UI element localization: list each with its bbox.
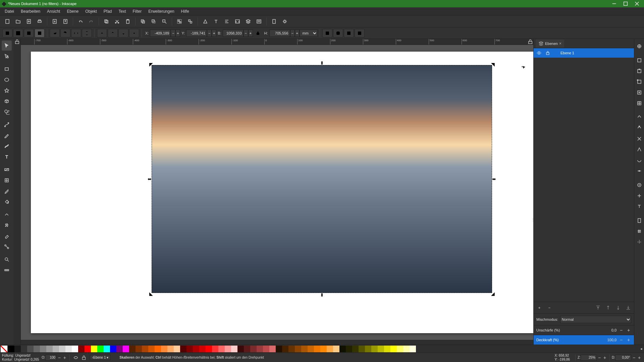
color-swatch[interactable] xyxy=(46,346,53,352)
unit-select[interactable]: mm xyxy=(300,29,318,37)
vertical-ruler[interactable] xyxy=(13,39,21,345)
color-swatch[interactable] xyxy=(59,346,65,352)
color-swatch[interactable] xyxy=(308,346,314,352)
color-swatch[interactable] xyxy=(85,346,91,352)
color-swatch[interactable] xyxy=(327,346,333,352)
color-swatch[interactable] xyxy=(352,346,359,352)
connector-tool[interactable] xyxy=(2,242,12,252)
color-swatch[interactable] xyxy=(110,346,116,352)
resize-handle-w[interactable]: ⬌ xyxy=(148,177,151,181)
color-swatch[interactable] xyxy=(136,346,142,352)
color-swatch[interactable] xyxy=(193,346,199,352)
x-plus-button[interactable]: + xyxy=(175,29,180,37)
flip-v-button[interactable] xyxy=(82,29,92,38)
text-tool[interactable] xyxy=(2,152,12,162)
layer-lock-icon[interactable] xyxy=(545,50,550,56)
snap-text-button[interactable] xyxy=(635,202,643,210)
menu-ebene[interactable]: Ebene xyxy=(63,8,82,15)
h-plus-button[interactable]: + xyxy=(295,29,300,37)
ungroup-button[interactable] xyxy=(185,16,195,26)
rectangle-tool[interactable] xyxy=(2,64,12,74)
toggle-bbox-button[interactable] xyxy=(35,29,45,38)
remove-layer-button[interactable]: − xyxy=(546,304,553,311)
color-swatch[interactable] xyxy=(34,346,40,352)
snap-bbox-corner-button[interactable] xyxy=(635,78,643,86)
xml-editor-button[interactable] xyxy=(232,16,243,26)
new-doc-button[interactable] xyxy=(2,16,12,26)
lock-aspect-button[interactable] xyxy=(254,29,262,37)
dock-grip[interactable]: ⋮ xyxy=(532,39,534,362)
rotation-input[interactable] xyxy=(615,355,631,361)
color-swatch[interactable] xyxy=(314,346,320,352)
close-button[interactable] xyxy=(631,0,643,7)
color-swatch[interactable] xyxy=(359,346,365,352)
import-button[interactable] xyxy=(50,16,60,26)
menu-ansicht[interactable]: Ansicht xyxy=(44,8,63,15)
selected-image[interactable]: ◤ ⬍ ◥ ⬌ ⬌ ◣ ⬍ ◢ xyxy=(152,65,492,293)
color-swatch[interactable] xyxy=(129,346,136,352)
palette-menu-button[interactable]: ◂ xyxy=(639,345,644,353)
objects-dialog-button[interactable] xyxy=(254,16,264,26)
paint-bucket-tool[interactable] xyxy=(2,197,12,207)
select-all-layers-button[interactable] xyxy=(2,29,12,38)
color-swatch[interactable] xyxy=(231,346,237,352)
menu-filter[interactable]: Filter xyxy=(129,8,145,15)
x-input[interactable] xyxy=(150,29,171,37)
layer-visible-toggle[interactable] xyxy=(72,354,79,361)
color-swatch[interactable] xyxy=(263,346,269,352)
deselect-button[interactable] xyxy=(24,29,34,38)
rotate-ccw-button[interactable] xyxy=(50,29,60,38)
color-swatch[interactable] xyxy=(282,346,288,352)
color-swatch[interactable] xyxy=(250,346,257,352)
resize-handle-n[interactable]: ⬍ xyxy=(320,61,324,65)
color-swatch[interactable] xyxy=(288,346,295,352)
blur-minus-button[interactable]: − xyxy=(619,327,624,333)
star-tool[interactable] xyxy=(2,85,12,96)
stroke-value[interactable]: Ungesetzt xyxy=(14,358,29,362)
scale-pattern-toggle[interactable] xyxy=(355,29,365,38)
lower-bottom-button[interactable] xyxy=(129,29,139,38)
h-minus-button[interactable]: − xyxy=(290,29,295,37)
text-dialog-button[interactable] xyxy=(211,16,221,26)
snap-toggle[interactable] xyxy=(635,42,643,50)
w-input[interactable] xyxy=(223,29,244,37)
opacity-input[interactable] xyxy=(45,355,57,361)
color-swatch[interactable] xyxy=(72,346,78,352)
print-button[interactable] xyxy=(35,16,45,26)
menu-hilfe[interactable]: Hilfe xyxy=(178,8,193,15)
color-swatch[interactable] xyxy=(212,346,218,352)
horizontal-ruler[interactable]: -700-600-500-400-300-200-100010020030040… xyxy=(21,39,533,45)
select-all-button[interactable] xyxy=(13,29,23,38)
color-swatch[interactable] xyxy=(161,346,167,352)
layer-name[interactable]: Ebene 1 xyxy=(560,51,574,55)
snap-smooth-button[interactable] xyxy=(635,156,643,164)
ellipse-tool[interactable] xyxy=(2,75,12,85)
color-swatch[interactable] xyxy=(320,346,327,352)
menu-text[interactable]: Text xyxy=(115,8,129,15)
snap-bbox-center-button[interactable] xyxy=(635,99,643,107)
color-swatch[interactable] xyxy=(174,346,180,352)
snap-node-button[interactable] xyxy=(635,113,643,121)
clone-button[interactable] xyxy=(149,16,159,26)
resize-handle-e[interactable]: ⬌ xyxy=(492,177,496,181)
zoom-minus[interactable]: − xyxy=(597,355,602,360)
color-swatch[interactable] xyxy=(333,346,339,352)
color-swatch[interactable] xyxy=(40,346,46,352)
color-swatch[interactable] xyxy=(53,346,59,352)
bezier-tool[interactable] xyxy=(2,120,12,130)
rotation-plus[interactable]: + xyxy=(637,355,642,360)
layer-up-button[interactable] xyxy=(604,304,612,311)
snap-bbox-midpoint-button[interactable] xyxy=(635,88,643,97)
color-swatch[interactable] xyxy=(167,346,174,352)
resize-handle-nw[interactable]: ◤ xyxy=(149,63,153,66)
snap-guide-button[interactable] xyxy=(635,238,643,246)
fill-value[interactable]: Ungesetzt xyxy=(15,354,31,358)
h-input[interactable] xyxy=(269,29,290,37)
layers-dialog-button[interactable] xyxy=(243,16,253,26)
color-swatch[interactable] xyxy=(218,346,225,352)
color-swatch[interactable] xyxy=(403,346,410,352)
export-button[interactable] xyxy=(60,16,70,26)
opacity-plus-button[interactable]: + xyxy=(626,337,631,343)
duplicate-button[interactable] xyxy=(138,16,148,26)
dropper-tool[interactable] xyxy=(2,186,12,196)
